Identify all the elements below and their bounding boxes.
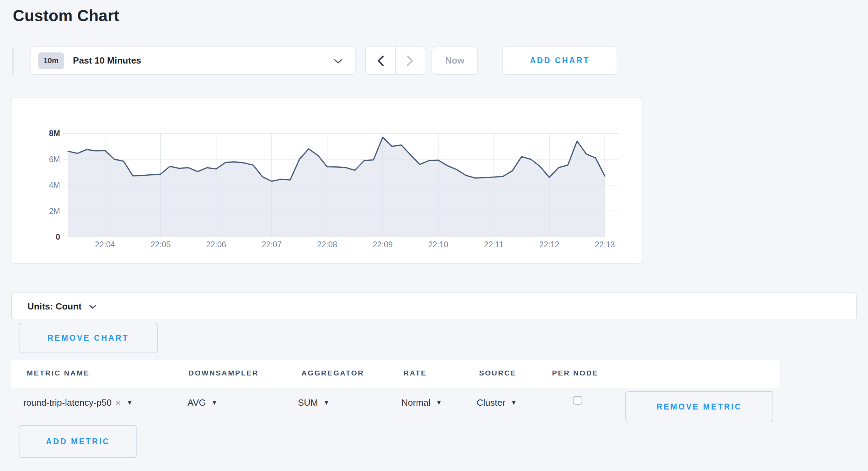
chevron-down-icon	[334, 59, 342, 64]
x-axis-tick-label: 22:07	[262, 240, 282, 249]
time-window-dropdown[interactable]: 10m Past 10 Minutes	[31, 47, 356, 75]
rate-value: Normal	[401, 397, 431, 408]
downsampler-dropdown[interactable]: AVG ▼	[187, 397, 217, 408]
downsampler-value: AVG	[187, 397, 206, 408]
latency-area-chart[interactable]: 22:0422:0522:0622:0722:0822:0922:1022:11…	[11, 98, 642, 263]
units-label: Units: Count	[27, 301, 82, 312]
rate-dropdown[interactable]: Normal ▼	[401, 397, 442, 408]
clear-metric-icon[interactable]: ×	[115, 398, 121, 408]
page-title: Custom Chart	[13, 6, 119, 25]
metrics-table-header: METRIC NAME DOWNSAMPLER AGGREGATOR RATE …	[11, 360, 779, 388]
x-axis-tick-label: 22:04	[95, 240, 115, 249]
time-window-badge: 10m	[38, 52, 64, 69]
caret-down-icon: ▼	[436, 400, 442, 406]
x-axis-tick-label: 22:08	[317, 240, 337, 249]
toolbar-accent-line	[12, 47, 14, 74]
remove-metric-button[interactable]: REMOVE METRIC	[625, 391, 773, 422]
x-axis-tick-label: 22:06	[206, 240, 226, 249]
time-forward-button[interactable]	[395, 47, 425, 74]
x-axis-tick-label: 22:12	[539, 240, 559, 249]
column-header-source: SOURCE	[479, 369, 517, 377]
x-axis-tick-label: 22:10	[428, 240, 448, 249]
chart-card: 22:0422:0522:0622:0722:0822:0922:1022:11…	[11, 98, 642, 264]
column-header-downsampler: DOWNSAMPLER	[189, 369, 259, 377]
remove-chart-button[interactable]: REMOVE CHART	[19, 323, 158, 353]
chart-area-fill	[68, 137, 605, 237]
chevron-right-icon	[407, 55, 414, 66]
y-axis-tick-label: 8M	[49, 129, 60, 138]
caret-down-icon: ▼	[511, 400, 517, 406]
x-axis-tick-label: 22:05	[151, 240, 171, 249]
add-chart-button[interactable]: ADD CHART	[502, 47, 617, 75]
caret-down-icon: ▼	[211, 400, 217, 406]
source-value: Cluster	[477, 397, 505, 408]
aggregator-value: SUM	[298, 397, 318, 408]
column-header-metric-name: METRIC NAME	[27, 369, 90, 377]
source-dropdown[interactable]: Cluster ▼	[477, 397, 517, 408]
now-button[interactable]: Now	[432, 47, 478, 75]
column-header-per-node: PER NODE	[552, 369, 599, 377]
y-axis-tick-label: 6M	[49, 155, 60, 164]
metric-name-dropdown[interactable]: round-trip-latency-p50 × ▼	[23, 397, 133, 408]
y-axis-tick-label: 4M	[49, 181, 60, 190]
metric-name-value: round-trip-latency-p50	[23, 397, 111, 408]
x-axis-tick-label: 22:11	[484, 240, 503, 249]
add-metric-button[interactable]: ADD METRIC	[19, 425, 137, 458]
caret-down-icon: ▼	[127, 400, 133, 406]
x-axis-tick-label: 22:13	[595, 240, 615, 249]
chevron-left-icon	[377, 55, 384, 66]
time-range-pager	[365, 47, 425, 75]
aggregator-dropdown[interactable]: SUM ▼	[298, 397, 329, 408]
units-dropdown[interactable]: Units: Count	[11, 292, 857, 320]
caret-down-icon: ▼	[324, 400, 329, 406]
time-back-button[interactable]	[366, 47, 395, 74]
x-axis-tick-label: 22:09	[373, 240, 393, 249]
y-axis-tick-label: 2M	[49, 207, 60, 216]
y-axis-tick-label: 0	[56, 232, 60, 241]
chevron-down-icon	[89, 305, 96, 309]
metric-table-row: round-trip-latency-p50 × ▼ AVG ▼ SUM ▼ N…	[11, 388, 857, 422]
column-header-rate: RATE	[403, 369, 427, 377]
per-node-checkbox[interactable]	[573, 396, 582, 405]
time-window-label: Past 10 Minutes	[73, 55, 141, 66]
column-header-aggregator: AGGREGATOR	[301, 369, 364, 377]
